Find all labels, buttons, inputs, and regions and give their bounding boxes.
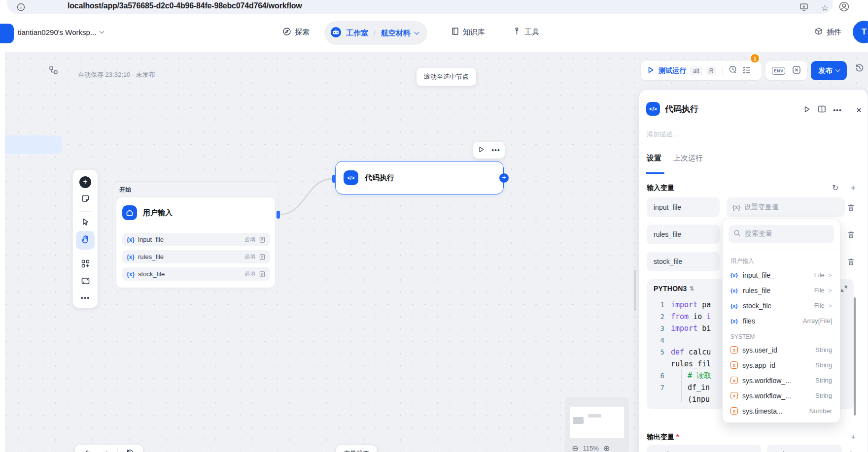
variable-inspect-icon[interactable] [792,65,801,76]
trash-icon[interactable] [847,258,855,268]
variable-option[interactable]: {x}filesArray[File] [729,313,834,328]
code-execution-node[interactable]: </> 代码执行 [335,161,504,194]
output-variables-label: 输出变量* [647,433,679,442]
play-icon[interactable] [647,66,655,76]
start-group-node[interactable]: 开始 用户输入 {x}input_file_必填{x}rules_file必填{… [112,181,278,291]
code-lines[interactable]: 1import pa2from io i3import bi45def calc… [650,299,711,405]
hand-tool-active[interactable] [76,231,95,250]
start-node-field[interactable]: {x}input_file_必填 [122,233,270,246]
run-history-icon[interactable] [729,65,738,76]
install-app-icon[interactable] [799,2,808,13]
url-text[interactable]: localhost/app/3a576685-d2c0-4b96-84fe-98… [68,1,302,10]
variable-option[interactable]: xsys.workflow_...String [729,373,834,388]
nav-item-knowledge[interactable]: 知识库 [451,27,485,37]
start-node-output-handle[interactable] [277,211,280,219]
version-history-icon[interactable] [855,63,865,75]
env-button[interactable]: ENV [772,67,785,75]
braces-x-icon: {x} [730,318,740,324]
panel-scrollbar[interactable] [854,297,856,416]
chevron-down-icon [100,29,104,34]
variable-option[interactable]: xsys.timesta...Number [729,403,834,419]
key-r-chip: R [706,66,717,75]
variable-option[interactable]: {x}rules_fileFile> [729,283,834,298]
test-run-button[interactable]: 测试运行 [659,66,686,75]
panel-more-icon[interactable]: ••• [833,106,842,114]
code-node-input-handle[interactable] [332,175,336,183]
add-input-variable-icon[interactable]: + [850,184,856,193]
variable-option[interactable]: xsys.user_idString [729,342,834,357]
variable-search-input[interactable]: 搜索变量 [729,225,834,243]
app-logo-tile[interactable] [0,24,14,43]
redo-icon[interactable] [101,449,109,452]
variable-option[interactable]: {x}input_file_File> [729,267,834,283]
add-output-variable-icon[interactable]: + [850,433,856,442]
fit-view-icon[interactable] [81,276,90,288]
zoom-in-icon[interactable]: ⊕ [603,444,610,452]
publish-label: 发布 [819,66,833,75]
variable-check-button[interactable]: 变量检查 [336,445,377,452]
scroll-to-node-tooltip[interactable]: 滚动至选中节点 [417,68,476,86]
variable-name-field[interactable]: rules_file [647,225,720,244]
start-node-field[interactable]: {x}stock_file必填 [122,267,270,281]
zoom-out-icon[interactable]: ⊖ [572,444,578,452]
nav-item-explore[interactable]: 探索 [282,27,310,37]
tab-last-run[interactable]: 上次运行 [673,154,703,163]
output-type-select[interactable]: String [767,445,842,452]
split-view-icon[interactable] [818,105,826,115]
bookmark-star-icon[interactable]: ☆ [821,4,829,12]
output-name-field[interactable]: result [647,445,761,452]
variable-option-name: sys.workflow_... [742,377,791,385]
start-node-field[interactable]: {x}rules_file必填 [122,250,270,263]
change-history-icon[interactable] [126,449,135,452]
expand-editor-icon[interactable] [840,285,848,294]
variable-name-field[interactable]: stock_file [647,252,720,271]
node-play-icon[interactable] [478,146,485,155]
add-node-button[interactable]: + [79,176,91,188]
robot-icon[interactable] [330,27,342,40]
node-outline-icon[interactable] [49,65,58,77]
code-text: rules_fil [671,359,711,368]
user-avatar[interactable]: T [853,21,868,43]
variable-option[interactable]: xsys.workflow_...String [729,388,834,403]
more-tools-icon[interactable]: ••• [81,293,90,302]
add-next-node-button[interactable]: + [499,173,509,183]
variable-option-name: sys.app_id [742,361,775,369]
variable-name-field[interactable]: input_file [647,197,720,217]
browser-profile-icon[interactable] [839,1,849,14]
trash-icon[interactable] [847,203,855,214]
zoom-level[interactable]: 115% [583,445,598,452]
description-placeholder[interactable]: 添加描述... [647,130,678,139]
required-mark: * [676,433,679,441]
node-more-icon[interactable]: ••• [491,146,500,154]
undo-icon[interactable] [84,449,93,452]
add-note-icon[interactable] [81,194,90,205]
variable-option[interactable]: xsys.app_idString [729,357,834,373]
chevron-down-icon[interactable] [414,30,419,34]
workspace-switcher[interactable]: tiantian0290's Worksp... [18,28,104,36]
variable-option-type: File [814,302,825,309]
output-variable-rows: resultString [647,445,861,452]
panel-play-icon[interactable] [803,105,811,115]
code-token: import [671,324,697,333]
divider [79,211,92,212]
refresh-icon[interactable]: ↻ [832,184,838,192]
code-language-selector[interactable]: PYTHON3 [654,285,687,292]
user-input-node[interactable]: 用户输入 {x}input_file_必填{x}rules_file必填{x}s… [116,197,276,288]
publish-button[interactable]: 发布 [811,61,847,80]
nav-item-studio[interactable]: 工作室 [346,29,368,38]
close-icon[interactable]: × [856,105,862,115]
checklist-icon[interactable] [742,65,751,76]
nav-item-plugins[interactable]: 插件 [814,27,841,37]
organize-nodes-icon[interactable] [81,259,90,270]
nav-item-tools[interactable]: 工具 [513,27,539,37]
trash-icon[interactable] [847,230,855,241]
panel-resize-handle[interactable] [634,270,636,311]
variable-option[interactable]: {x}stock_fileFile> [729,298,834,313]
tab-settings[interactable]: 设置 [647,154,661,163]
site-info-icon[interactable] [17,3,25,13]
breadcrumb-app-name[interactable]: 航空材料 [381,29,411,38]
notification-badge: 1 [750,53,760,64]
variable-value-field[interactable]: {x}设置变量值 [727,197,845,217]
variable-group-label: SYSTEM [730,333,832,340]
pointer-icon[interactable] [81,218,90,228]
